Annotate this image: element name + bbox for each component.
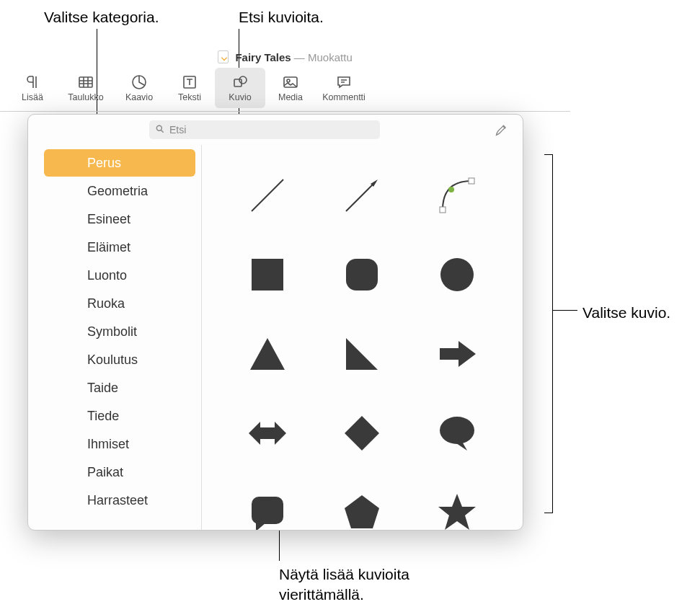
svg-marker-20 [249,422,286,445]
shape-right-triangle[interactable] [329,321,394,386]
sidebar-item-luonto[interactable]: Luonto [44,262,195,289]
table-icon [77,74,94,91]
shape-callout-box[interactable] [235,480,300,530]
sidebar-item-tiede[interactable]: Tiede [44,402,195,430]
shape-arrow-line[interactable] [329,163,394,228]
toolbar-label: Lisää [22,92,43,102]
callout-line [553,310,577,311]
toolbar: Lisää Taulukko Kaavio Teksti Kuvio Media [0,65,570,112]
toolbar-table[interactable]: Taulukko [58,68,114,108]
search-placeholder: Etsi [169,124,186,136]
document-icon [218,50,229,63]
callout-search: Etsi kuvioita. [239,7,324,27]
shape-popover: Etsi Perus Geometria Esineet Eläimet Luo… [27,114,523,531]
toolbar-shape[interactable]: Kuvio [215,68,265,108]
category-sidebar: Perus Geometria Esineet Eläimet Luonto R… [28,145,201,530]
toolbar-media[interactable]: Media [265,68,316,108]
toolbar-label: Kaavio [125,92,153,102]
shape-rounded-square[interactable] [329,242,394,307]
sidebar-item-elaimet[interactable]: Eläimet [44,234,195,261]
callout-scroll: Näytä lisää kuvioita vierittämällä. [279,564,409,606]
shape-square[interactable] [235,242,300,307]
shape-grid[interactable] [201,145,523,530]
svg-rect-0 [79,77,92,87]
text-icon [181,74,198,91]
svg-point-7 [156,125,161,130]
callout-bracket [544,154,553,513]
shape-icon [231,74,249,91]
svg-rect-11 [440,207,446,213]
callout-choose: Valitse kuvio. [582,303,670,323]
shape-triangle[interactable] [235,321,300,386]
shape-speech-bubble[interactable] [425,401,489,466]
media-icon [282,74,299,91]
sidebar-item-symbolit[interactable]: Symbolit [44,318,195,345]
sidebar-item-ihmiset[interactable]: Ihmiset [44,430,195,458]
shape-line[interactable] [235,163,300,228]
svg-rect-14 [252,259,283,291]
shape-pentagon[interactable] [329,480,394,530]
toolbar-label: Kuvio [229,92,251,102]
shape-arrow-right[interactable] [425,321,489,386]
shape-curve[interactable] [425,163,489,228]
toolbar-text[interactable]: Teksti [164,68,215,108]
popover-header: Etsi [28,115,523,145]
svg-marker-26 [345,495,379,528]
sidebar-item-koulutus[interactable]: Koulutus [44,346,195,373]
svg-point-16 [440,258,474,291]
sidebar-item-ruoka[interactable]: Ruoka [44,290,195,317]
svg-point-6 [287,79,290,82]
popover-body: Perus Geometria Esineet Eläimet Luonto R… [28,145,523,530]
svg-rect-12 [469,178,474,184]
document-separator: — [294,51,308,63]
toolbar-label: Taulukko [68,92,103,102]
svg-point-22 [440,417,474,444]
comment-icon [335,74,353,91]
toolbar-comment[interactable]: Kommentti [316,68,372,108]
sidebar-item-harrasteet[interactable]: Harrasteet [44,487,195,514]
draw-icon[interactable] [494,122,510,138]
paragraph-icon [24,74,41,91]
svg-marker-21 [345,416,379,451]
sidebar-item-taide[interactable]: Taide [44,374,195,402]
shape-arrow-both[interactable] [235,401,300,466]
sidebar-item-paikat[interactable]: Paikat [44,458,195,486]
sidebar-item-perus[interactable]: Perus [44,149,195,177]
chart-icon [130,74,148,91]
toolbar-label: Kommentti [322,92,365,102]
shape-circle[interactable] [425,242,489,307]
titlebar: Fairy Tales — Muokattu [0,45,570,66]
document-modified: Muokattu [308,51,353,63]
svg-marker-25 [256,521,266,530]
search-icon [155,124,165,136]
search-input[interactable]: Etsi [149,120,380,139]
shape-star[interactable] [425,480,489,530]
toolbar-chart[interactable]: Kaavio [114,68,164,108]
toolbar-label: Teksti [178,92,201,102]
svg-marker-27 [438,494,476,530]
sidebar-item-geometria[interactable]: Geometria [44,177,195,205]
svg-point-4 [239,76,247,84]
document-title: Fairy Tales [235,51,291,63]
svg-line-8 [252,179,283,211]
svg-rect-15 [346,259,378,291]
svg-marker-19 [440,341,476,367]
svg-line-9 [346,182,375,211]
svg-marker-17 [250,338,285,370]
toolbar-label: Media [278,92,303,102]
sidebar-item-esineet[interactable]: Esineet [44,205,195,233]
toolbar-insert[interactable]: Lisää [7,68,58,108]
svg-marker-18 [346,338,378,370]
callout-category: Valitse kategoria. [44,7,159,27]
svg-rect-24 [252,497,283,524]
svg-point-13 [448,187,454,192]
shape-diamond[interactable] [329,401,394,466]
